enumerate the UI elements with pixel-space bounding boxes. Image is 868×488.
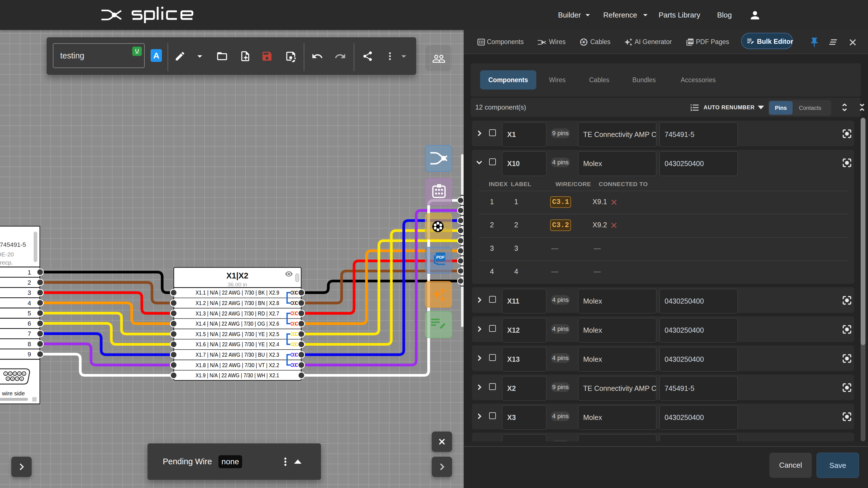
svg-text:4: 4 [19,372,20,375]
svg-text:X1.4 | N/A | 22 AWG | 7/30 | O: X1.4 | N/A | 22 AWG | 7/30 | OG | X2.6 [195,320,279,327]
svg-text:X1.8 | N/A | 22 AWG | 7/30 | V: X1.8 | N/A | 22 AWG | 7/30 | VT | X2.2 [195,362,279,368]
svg-text:8: 8 [12,377,13,381]
svg-text:X1|X2: X1|X2 [226,271,248,280]
svg-text:6: 6 [28,320,31,327]
svg-text:4: 4 [28,300,31,307]
svg-text:PDF: PDF [436,255,445,260]
svg-text:3: 3 [14,372,16,375]
svg-text:X1.5 | N/A | 22 AWG | 7/30 | Y: X1.5 | N/A | 22 AWG | 7/30 | YE | X2.5 [195,331,279,337]
svg-text:9: 9 [7,377,8,381]
svg-text:6: 6 [21,377,22,381]
svg-text:1: 1 [5,372,6,375]
svg-text:36.00 in: 36.00 in [228,282,247,288]
svg-text:recp.: recp. [0,259,13,266]
svg-text:9: 9 [28,351,31,358]
svg-text:DE-20: DE-20 [0,251,14,258]
svg-text:5: 5 [28,310,31,317]
svg-text:7: 7 [28,330,31,337]
svg-text:7: 7 [17,377,18,381]
svg-text:2: 2 [10,372,11,375]
svg-text:1: 1 [28,269,31,276]
svg-text:wire side: wire side [2,390,25,396]
svg-text:X1.3 | N/A | 22 AWG | 7/30 | R: X1.3 | N/A | 22 AWG | 7/30 | RD | X2.7 [195,310,279,317]
svg-text:X1.2 | N/A | 22 AWG | 7/30 | B: X1.2 | N/A | 22 AWG | 7/30 | BN | X2.8 [195,300,279,306]
svg-text:5: 5 [23,372,25,375]
svg-text:X1.1 | N/A | 22 AWG | 7/30 | B: X1.1 | N/A | 22 AWG | 7/30 | BK | X2.9 [195,289,279,296]
svg-text:8: 8 [28,340,31,348]
svg-text:X1.9 | N/A | 22 AWG | 7/30 | W: X1.9 | N/A | 22 AWG | 7/30 | WH | X2.1 [195,372,279,379]
svg-text:X1.6 | N/A | 22 AWG | 7/30 | Y: X1.6 | N/A | 22 AWG | 7/30 | YE | X2.4 [195,341,279,347]
svg-text:745491-5: 745491-5 [0,241,26,248]
svg-text:X1.7 | N/A | 22 AWG | 7/30 | B: X1.7 | N/A | 22 AWG | 7/30 | BU | X2.3 [195,351,279,358]
svg-text:2: 2 [28,279,31,286]
svg-text:3: 3 [28,289,31,296]
